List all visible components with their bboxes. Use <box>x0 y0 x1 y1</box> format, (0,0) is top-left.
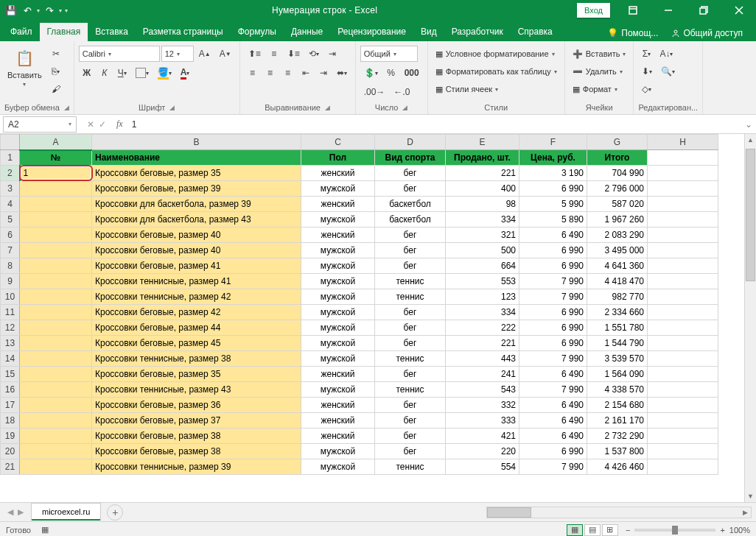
redo-icon[interactable]: ↷ <box>43 4 56 17</box>
row-header[interactable]: 10 <box>1 289 20 305</box>
comma-button[interactable]: 000 <box>401 65 423 81</box>
cell[interactable]: 443 <box>446 351 519 367</box>
cell[interactable]: бег <box>375 429 446 444</box>
row-header[interactable]: 20 <box>1 444 20 459</box>
cell[interactable]: 241 <box>446 367 519 382</box>
scroll-right-icon[interactable]: ▶ <box>739 507 751 518</box>
scroll-up-icon[interactable]: ▲ <box>745 134 756 146</box>
row-header[interactable]: 17 <box>1 398 20 413</box>
cell[interactable] <box>20 320 92 336</box>
column-header[interactable]: A <box>20 135 92 150</box>
row-header[interactable]: 19 <box>1 429 20 444</box>
decrease-font-button[interactable]: A▼ <box>216 46 235 62</box>
cell[interactable]: теннис <box>375 459 446 475</box>
cell[interactable] <box>648 367 718 382</box>
cell[interactable]: 3 495 000 <box>587 243 648 258</box>
cell[interactable] <box>20 413 92 429</box>
font-size-combo[interactable]: 12▾ <box>161 46 194 62</box>
cell[interactable] <box>20 228 92 243</box>
cell[interactable]: Кроссовки беговые, размер 41 <box>92 258 301 274</box>
cell[interactable]: мужской <box>301 351 375 367</box>
align-center-button[interactable]: ≡ <box>262 65 279 81</box>
cell[interactable]: 4 338 570 <box>587 382 648 398</box>
row-header[interactable]: 18 <box>1 413 20 429</box>
cell[interactable] <box>20 258 92 274</box>
cell[interactable]: 6 490 <box>519 398 587 413</box>
cell[interactable]: женский <box>301 413 375 429</box>
cell[interactable]: 6 490 <box>519 429 587 444</box>
column-header[interactable]: E <box>446 135 519 150</box>
cell[interactable]: Кроссовки теннисные, размер 39 <box>92 459 301 475</box>
table-header-cell[interactable]: Вид спорта <box>375 150 446 166</box>
cell[interactable]: баскетбол <box>375 212 446 228</box>
tab-page-layout[interactable]: Разметка страницы <box>136 23 231 41</box>
cell[interactable]: бег <box>375 243 446 258</box>
cell[interactable]: 664 <box>446 258 519 274</box>
cell[interactable] <box>648 444 718 459</box>
row-header[interactable]: 7 <box>1 243 20 258</box>
tab-view[interactable]: Вид <box>413 23 444 41</box>
cell[interactable]: бег <box>375 181 446 197</box>
row-header[interactable]: 15 <box>1 367 20 382</box>
cell[interactable]: 1 544 790 <box>587 336 648 351</box>
cell[interactable]: Кроссовки беговые, размер 45 <box>92 336 301 351</box>
cut-button[interactable]: ✂ <box>48 46 64 62</box>
cell[interactable] <box>648 258 718 274</box>
column-header[interactable]: F <box>519 135 587 150</box>
format-cells-button[interactable]: ▦ Формат▾ <box>570 81 620 97</box>
column-header[interactable]: G <box>587 135 648 150</box>
cell[interactable]: 1 967 260 <box>587 212 648 228</box>
cell[interactable] <box>648 181 718 197</box>
delete-cells-button[interactable]: ➖ Удалить▾ <box>570 63 626 80</box>
cell[interactable]: 6 990 <box>519 258 587 274</box>
dialog-launcher-icon[interactable]: ◢ <box>64 104 69 111</box>
cell[interactable]: 553 <box>446 274 519 289</box>
expand-formula-icon[interactable]: ⌄ <box>741 119 756 130</box>
minimize-icon[interactable] <box>651 0 685 21</box>
table-header-cell[interactable]: Цена, руб. <box>519 150 587 166</box>
row-header[interactable]: 6 <box>1 228 20 243</box>
cell[interactable] <box>648 351 718 367</box>
cell[interactable]: 6 990 <box>519 320 587 336</box>
cell[interactable]: баскетбол <box>375 197 446 212</box>
row-header[interactable]: 13 <box>1 336 20 351</box>
cell[interactable]: 500 <box>446 243 519 258</box>
cell[interactable]: бег <box>375 320 446 336</box>
orientation-button[interactable]: ⟲▾ <box>305 46 323 62</box>
cell[interactable]: женский <box>301 398 375 413</box>
row-header[interactable]: 14 <box>1 351 20 367</box>
cell[interactable]: Кроссовки для баскетбола, размер 39 <box>92 197 301 212</box>
cell[interactable] <box>648 320 718 336</box>
cell[interactable]: 220 <box>446 444 519 459</box>
cell[interactable]: Кроссовки беговые, размер 40 <box>92 228 301 243</box>
cell[interactable] <box>20 336 92 351</box>
cell[interactable]: 5 890 <box>519 212 587 228</box>
cell[interactable] <box>648 243 718 258</box>
cell[interactable]: бег <box>375 258 446 274</box>
tab-home[interactable]: Главная <box>40 23 88 41</box>
tab-review[interactable]: Рецензирование <box>330 23 413 41</box>
fill-color-button[interactable]: 🪣▾ <box>154 65 175 81</box>
cell[interactable]: женский <box>301 228 375 243</box>
cell[interactable] <box>20 181 92 197</box>
cell[interactable] <box>648 289 718 305</box>
find-select-button[interactable]: 🔍▾ <box>657 63 679 80</box>
cell[interactable] <box>648 382 718 398</box>
cell[interactable]: бег <box>375 166 446 181</box>
cell[interactable]: мужской <box>301 320 375 336</box>
cell[interactable]: 6 990 <box>519 336 587 351</box>
vertical-scrollbar[interactable]: ▲ ▼ <box>744 134 756 502</box>
cell[interactable]: 222 <box>446 320 519 336</box>
cell[interactable]: мужской <box>301 258 375 274</box>
row-header[interactable]: 11 <box>1 305 20 320</box>
cell[interactable]: 98 <box>446 197 519 212</box>
cell[interactable]: женский <box>301 166 375 181</box>
accounting-button[interactable]: 💲▾ <box>360 65 382 81</box>
macro-record-icon[interactable]: ▦ <box>41 525 49 535</box>
scroll-thumb[interactable] <box>487 507 531 518</box>
cell[interactable]: мужской <box>301 289 375 305</box>
cell[interactable]: 6 490 <box>519 228 587 243</box>
conditional-formatting-button[interactable]: ▦ Условное форматирование▾ <box>433 46 558 62</box>
cell[interactable]: Кроссовки теннисные, размер 41 <box>92 274 301 289</box>
column-header[interactable]: C <box>301 135 375 150</box>
